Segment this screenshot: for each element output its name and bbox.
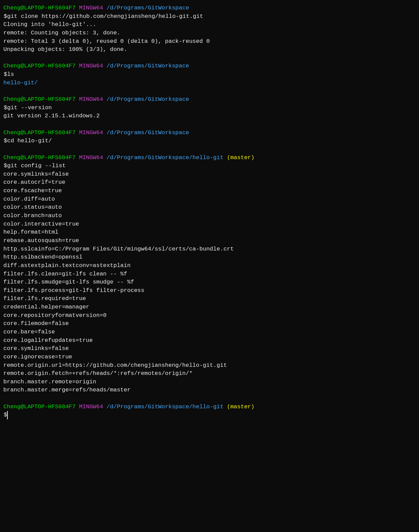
prompt-line-4: Cheng@LAPTOP-HFS604F7 MINGW64 /d/Program… — [3, 129, 416, 137]
prompt-line-6: Cheng@LAPTOP-HFS604F7 MINGW64 /d/Program… — [3, 403, 416, 411]
spacer-2 — [3, 87, 416, 95]
dollar-3: $ — [4, 104, 7, 112]
output-2: hello-git/ — [3, 79, 416, 87]
command-line-6: $ — [3, 411, 416, 419]
cmd-4: cd hello-git/ — [7, 137, 52, 145]
path-6: /d/Programs/GitWorkspace/hello-git — [107, 403, 223, 411]
command-line-5: $ git config --list — [3, 162, 416, 170]
branch-6: (master) — [227, 403, 255, 411]
path-5: /d/Programs/GitWorkspace/hello-git — [107, 154, 223, 162]
terminal-window: Cheng@LAPTOP-HFS604F7 MINGW64 /d/Program… — [3, 4, 416, 419]
prompt-block-1: Cheng@LAPTOP-HFS604F7 MINGW64 /d/Program… — [3, 4, 416, 54]
command-line-2: $ ls — [3, 70, 416, 79]
path-3: /d/Programs/GitWorkspace — [107, 95, 189, 104]
mingw-4: MINGW64 — [79, 129, 103, 137]
user-host-2: Cheng@LAPTOP-HFS604F7 — [3, 62, 76, 70]
cmd-5: git config --list — [7, 162, 65, 170]
spacer-5 — [3, 394, 416, 403]
mingw-5: MINGW64 — [79, 154, 103, 162]
prompt-block-6: Cheng@LAPTOP-HFS604F7 MINGW64 /d/Program… — [3, 403, 416, 419]
branch-5: (master) — [227, 154, 255, 162]
prompt-line-5: Cheng@LAPTOP-HFS604F7 MINGW64 /d/Program… — [3, 154, 416, 162]
dollar-4: $ — [4, 137, 7, 145]
dollar-2: $ — [4, 70, 7, 79]
command-line-1: $ git clone https://github.com/chengjian… — [3, 12, 416, 21]
output-3: git version 2.15.1.windows.2 — [3, 112, 416, 120]
mingw-6: MINGW64 — [79, 403, 103, 411]
user-host-4: Cheng@LAPTOP-HFS604F7 — [3, 129, 76, 137]
dollar-5: $ — [4, 162, 7, 170]
cmd-2: ls — [7, 70, 14, 79]
user-host-5: Cheng@LAPTOP-HFS604F7 — [3, 154, 76, 162]
user-host-3: Cheng@LAPTOP-HFS604F7 — [3, 95, 76, 104]
ls-output-link: hello-git/ — [3, 80, 38, 86]
mingw-3: MINGW64 — [79, 95, 103, 104]
user-host-6: Cheng@LAPTOP-HFS604F7 — [3, 403, 76, 411]
dollar-6: $ — [4, 411, 7, 419]
prompt-line-2: Cheng@LAPTOP-HFS604F7 MINGW64 /d/Program… — [3, 62, 416, 70]
prompt-block-3: Cheng@LAPTOP-HFS604F7 MINGW64 /d/Program… — [3, 95, 416, 120]
command-line-3: $ git --version — [3, 104, 416, 112]
output-1: Cloning into 'hello-git'... remote: Coun… — [3, 21, 416, 54]
prompt-block-2: Cheng@LAPTOP-HFS604F7 MINGW64 /d/Program… — [3, 62, 416, 87]
cmd-1: git clone https://github.com/chengjiansh… — [7, 12, 203, 21]
mingw-2: MINGW64 — [79, 62, 103, 70]
prompt-line-1: Cheng@LAPTOP-HFS604F7 MINGW64 /d/Program… — [3, 4, 416, 12]
mingw-1: MINGW64 — [79, 4, 103, 12]
path-4: /d/Programs/GitWorkspace — [107, 129, 189, 137]
spacer-4 — [3, 145, 416, 154]
prompt-line-3: Cheng@LAPTOP-HFS604F7 MINGW64 /d/Program… — [3, 95, 416, 104]
path-1: /d/Programs/GitWorkspace — [107, 4, 189, 12]
path-2: /d/Programs/GitWorkspace — [107, 62, 189, 70]
output-5: core.symlinks=false core.autocrlf=true c… — [3, 170, 416, 394]
command-line-4: $ cd hello-git/ — [3, 137, 416, 145]
spacer-1 — [3, 54, 416, 62]
dollar-1: $ — [4, 12, 7, 21]
cmd-3: git --version — [7, 104, 52, 112]
prompt-block-5: Cheng@LAPTOP-HFS604F7 MINGW64 /d/Program… — [3, 154, 416, 395]
user-host-1: Cheng@LAPTOP-HFS604F7 — [3, 4, 76, 12]
spacer-3 — [3, 120, 416, 129]
cursor-6[interactable] — [7, 411, 11, 419]
prompt-block-4: Cheng@LAPTOP-HFS604F7 MINGW64 /d/Program… — [3, 129, 416, 145]
